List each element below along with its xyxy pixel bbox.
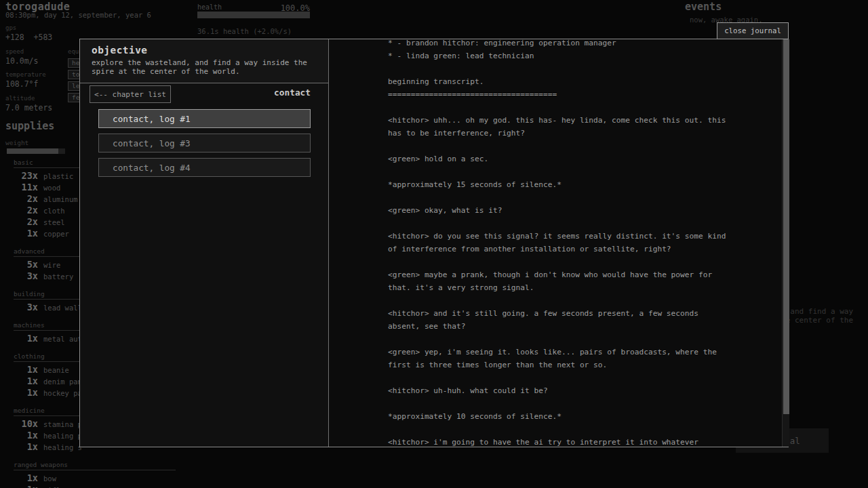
game-datetime: 08:30pm, day 12, september, year 6	[5, 11, 151, 19]
journal-scrollbar[interactable]	[782, 39, 789, 447]
chapter-list-button[interactable]: <-- chapter list	[90, 85, 171, 103]
journal-overlay-window: objective explore the wasteland, and fin…	[79, 39, 789, 447]
health-bar	[197, 12, 310, 18]
health-label: health	[197, 3, 222, 11]
objective-description: explore the wasteland, and find a way in…	[92, 58, 317, 76]
weight-bar	[7, 148, 65, 154]
objective-title: objective	[92, 45, 317, 56]
stat-gps-label: gps	[5, 24, 141, 31]
supply-item: 1xbow	[14, 472, 176, 483]
health-regen-text: 36.1s health (+2.0%/s)	[197, 27, 292, 35]
journal-scrollbar-thumb[interactable]	[783, 39, 789, 414]
supplies-heading: supplies	[5, 120, 54, 132]
close-journal-button[interactable]: close journal	[717, 22, 789, 39]
events-heading: events	[685, 1, 722, 13]
section-header: ranged weapons	[14, 461, 176, 470]
objective-header: objective explore the wasteland, and fin…	[80, 39, 328, 83]
journal-text-pane: * - brandon hitchor: engineering operati…	[328, 39, 789, 447]
weight-bar-fill	[7, 148, 58, 154]
supply-item: 1xrifle	[14, 483, 176, 488]
health-bar-fill	[197, 12, 310, 18]
contact-log-1-button[interactable]: contact, log #1	[98, 109, 311, 128]
contact-pane: objective explore the wasteland, and fin…	[80, 39, 328, 447]
supplies-section-ranged-weapons: ranged weapons 1xbow 1xrifle	[14, 461, 176, 488]
chapter-label: contact	[274, 87, 311, 98]
weight-label: weight	[5, 139, 28, 146]
contact-log-4-button[interactable]: contact, log #4	[98, 158, 311, 177]
journal-transcript: * - brandon hitchor: engineering operati…	[388, 39, 726, 447]
contact-log-3-button[interactable]: contact, log #3	[98, 134, 311, 152]
